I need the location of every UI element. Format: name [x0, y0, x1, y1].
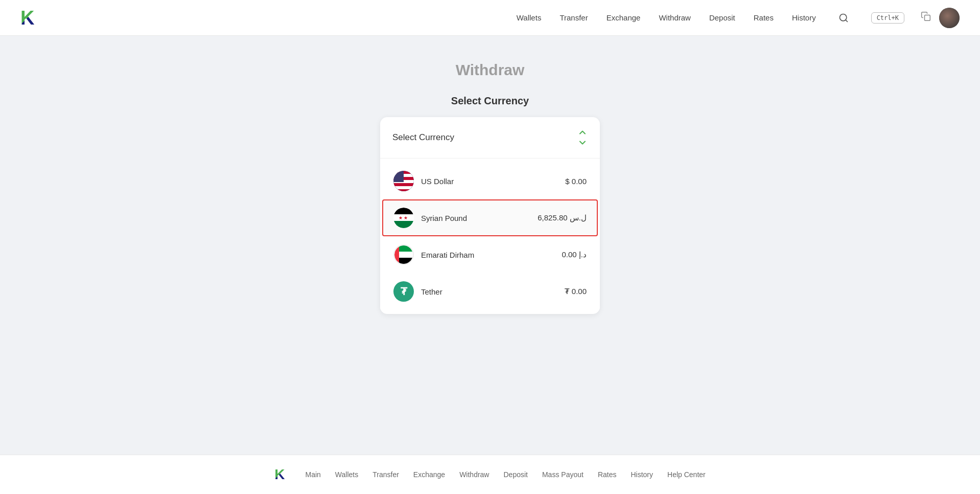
flag-syp [393, 208, 414, 228]
footer-nav-help[interactable]: Help Center [667, 470, 706, 479]
search-button[interactable] [838, 13, 849, 23]
nav-withdraw[interactable]: Withdraw [659, 13, 691, 22]
currency-balance-syp: ل.س 6,825.80 [538, 213, 587, 222]
section-title: Select Currency [451, 95, 529, 107]
currency-balance-aed: د.إ 0.00 [562, 250, 587, 259]
nav-deposit[interactable]: Deposit [709, 13, 735, 22]
currency-balance-usdt: ₮ 0.00 [565, 287, 587, 296]
footer-nav-mass-payout[interactable]: Mass Payout [542, 470, 584, 479]
footer-nav-withdraw[interactable]: Withdraw [459, 470, 489, 479]
nav-exchange[interactable]: Exchange [606, 13, 641, 22]
flag-aed [393, 244, 414, 265]
keyboard-shortcut: Ctrl+K [871, 12, 904, 24]
nav-history[interactable]: History [792, 13, 816, 22]
copy-icon[interactable] [921, 11, 931, 24]
header: K Wallets Transfer Exchange Withdraw Dep… [0, 0, 980, 36]
dropdown-label: Select Currency [392, 132, 454, 143]
tether-icon: ₮ [401, 285, 407, 298]
svg-line-1 [846, 19, 848, 21]
nav-rates[interactable]: Rates [754, 13, 774, 22]
svg-rect-2 [925, 15, 930, 21]
footer-nav-main[interactable]: Main [305, 470, 320, 479]
footer-nav-wallets[interactable]: Wallets [335, 470, 358, 479]
page-title: Withdraw [456, 61, 525, 79]
header-right [921, 8, 960, 28]
footer: K Main Wallets Transfer Exchange Withdra… [0, 455, 980, 494]
footer-nav-transfer[interactable]: Transfer [372, 470, 399, 479]
currency-dropdown-header[interactable]: Select Currency [380, 117, 600, 159]
footer-nav-exchange[interactable]: Exchange [413, 470, 445, 479]
logo[interactable]: K [20, 8, 34, 28]
currency-item-usd[interactable]: US Dollar $ 0.00 [380, 163, 600, 199]
currency-name-usdt: Tether [421, 287, 565, 296]
footer-nav: Main Wallets Transfer Exchange Withdraw … [305, 470, 705, 479]
currency-item-syp[interactable]: Syrian Pound ل.س 6,825.80 [382, 199, 598, 236]
nav-wallets[interactable]: Wallets [517, 13, 542, 22]
currency-list: US Dollar $ 0.00 Syrian Pound ل.س 6,825.… [380, 159, 600, 314]
currency-name-syp: Syrian Pound [421, 214, 538, 222]
main-content: Withdraw Select Currency Select Currency [0, 36, 980, 455]
currency-name-usd: US Dollar [421, 177, 565, 186]
nav-transfer[interactable]: Transfer [559, 13, 588, 22]
currency-dropdown-card: Select Currency US Dollar $ 0.00 [380, 117, 600, 314]
logo-icon: K [20, 8, 34, 28]
avatar[interactable] [939, 8, 960, 28]
footer-nav-deposit[interactable]: Deposit [503, 470, 527, 479]
main-nav: Wallets Transfer Exchange Withdraw Depos… [517, 12, 904, 24]
footer-logo[interactable]: K [274, 466, 285, 483]
footer-nav-history[interactable]: History [631, 470, 653, 479]
currency-balance-usd: $ 0.00 [565, 177, 587, 186]
footer-nav-rates[interactable]: Rates [598, 470, 617, 479]
chevron-updown-icon [577, 127, 588, 148]
currency-item-usdt[interactable]: ₮ Tether ₮ 0.00 [380, 273, 600, 310]
flag-usdt: ₮ [393, 281, 414, 302]
footer-logo-icon: K [274, 466, 285, 482]
currency-name-aed: Emarati Dirham [421, 251, 562, 259]
currency-item-aed[interactable]: Emarati Dirham د.إ 0.00 [380, 236, 600, 273]
flag-usd [393, 171, 414, 191]
